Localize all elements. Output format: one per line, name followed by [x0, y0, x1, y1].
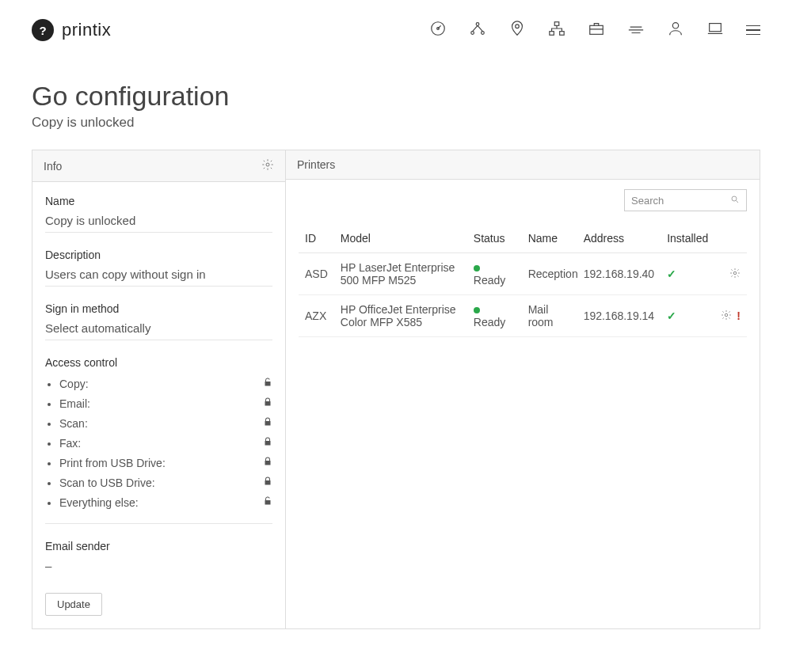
cell-installed: ✓ — [661, 295, 714, 337]
name-label: Name — [45, 195, 272, 207]
check-icon: ✓ — [667, 268, 676, 280]
brand-logo-icon: ? — [32, 19, 54, 41]
briefcase-icon[interactable] — [588, 20, 605, 40]
col-name[interactable]: Name — [522, 224, 577, 253]
svg-point-2 — [476, 23, 479, 26]
check-icon: ✓ — [667, 309, 676, 322]
access-item: Print from USB Drive: — [59, 453, 272, 473]
cell-id: ASD — [299, 253, 334, 295]
lock-icon — [263, 436, 272, 450]
printer-search-input[interactable]: Search — [624, 189, 747, 211]
info-panel: Info Name Copy is unlocked Description U… — [32, 150, 286, 628]
access-item-label: Everything else: — [59, 496, 139, 509]
printers-panel: Printers Search ID Model Status Name — [286, 150, 760, 628]
col-installed[interactable]: Installed — [661, 224, 714, 253]
search-placeholder: Search — [631, 195, 664, 207]
email-sender-value: – — [45, 557, 272, 577]
info-panel-title: Info — [44, 160, 62, 173]
col-status[interactable]: Status — [467, 224, 522, 253]
access-item-label: Email: — [59, 397, 90, 410]
field-email-sender: Email sender – — [45, 540, 272, 577]
svg-rect-11 — [710, 24, 722, 32]
access-item: Everything else: — [59, 492, 272, 512]
cell-status: Ready — [467, 295, 522, 337]
lock-icon — [263, 397, 272, 410]
lock-icon — [263, 476, 272, 489]
access-item: Scan: — [59, 413, 272, 433]
svg-rect-7 — [550, 32, 554, 36]
field-description: Description Users can copy without sign … — [45, 249, 272, 287]
access-item-label: Copy: — [59, 378, 89, 390]
unlock-icon — [263, 377, 272, 390]
share-icon[interactable] — [469, 20, 486, 40]
printers-table-head: ID Model Status Name Address Installed — [299, 224, 747, 253]
cell-address: 192.168.19.40 — [577, 253, 661, 295]
col-model[interactable]: Model — [334, 224, 467, 253]
svg-point-4 — [482, 32, 485, 35]
cell-id: AZX — [299, 295, 334, 337]
lock-icon — [263, 456, 272, 469]
main-columns: Info Name Copy is unlocked Description U… — [32, 150, 760, 629]
access-item: Email: — [59, 393, 272, 413]
search-icon — [730, 195, 740, 207]
sitemap-icon[interactable] — [548, 20, 565, 40]
access-control-list: Copy:Email:Scan:Fax:Print from USB Drive… — [45, 374, 272, 512]
table-row[interactable]: AZXHP OfficeJet Enterprise Color MFP X58… — [299, 295, 747, 337]
cell-model: HP LaserJet Enterprise 500 MFP M525 — [334, 253, 467, 295]
access-control-label: Access control — [45, 356, 272, 369]
brand[interactable]: ? printix — [32, 19, 111, 41]
description-value: Users can copy without sign in — [45, 266, 272, 287]
dashboard-icon[interactable] — [429, 20, 447, 40]
svg-point-5 — [516, 25, 520, 28]
brand-name: printix — [62, 20, 111, 40]
email-sender-label: Email sender — [45, 540, 272, 552]
access-item: Fax: — [59, 433, 272, 453]
access-item-label: Scan: — [59, 417, 88, 430]
svg-point-10 — [672, 23, 678, 28]
printers-panel-header: Printers — [286, 150, 760, 180]
access-item-label: Print from USB Drive: — [59, 457, 166, 469]
update-button[interactable]: Update — [45, 593, 102, 616]
field-name: Name Copy is unlocked — [45, 195, 272, 233]
table-row[interactable]: ASDHP LaserJet Enterprise 500 MFP M525Re… — [299, 253, 747, 295]
svg-point-14 — [733, 271, 737, 275]
signin-label: Sign in method — [45, 302, 272, 315]
info-panel-header: Info — [32, 150, 285, 182]
svg-rect-6 — [554, 22, 559, 26]
signin-value: Select automatically — [45, 320, 272, 340]
printers-table: ID Model Status Name Address Installed A… — [299, 224, 747, 337]
laptop-icon[interactable] — [706, 20, 724, 40]
svg-rect-9 — [590, 25, 604, 34]
cell-status: Ready — [467, 253, 522, 295]
status-dot-icon — [474, 265, 480, 271]
cell-installed: ✓ — [661, 253, 714, 295]
printers-panel-title: Printers — [297, 158, 335, 171]
top-nav — [429, 20, 760, 40]
cell-model: HP OfficeJet Enterprise Color MFP X585 — [334, 295, 467, 337]
unlock-icon — [263, 495, 272, 509]
lock-icon — [263, 416, 272, 430]
menu-icon[interactable] — [746, 25, 760, 36]
access-item-label: Scan to USB Drive: — [59, 476, 155, 489]
info-settings-gear-icon[interactable] — [261, 158, 274, 173]
cell-name: Reception — [522, 253, 577, 295]
col-address[interactable]: Address — [577, 224, 661, 253]
svg-point-3 — [471, 32, 474, 35]
col-id[interactable]: ID — [299, 224, 334, 253]
access-item-label: Fax: — [59, 437, 81, 450]
access-item: Scan to USB Drive: — [59, 473, 272, 492]
cell-address: 192.168.19.14 — [577, 295, 661, 337]
user-icon[interactable] — [667, 20, 684, 40]
location-pin-icon[interactable] — [508, 20, 526, 40]
warning-icon[interactable]: ! — [737, 309, 741, 322]
print-queues-icon[interactable] — [627, 20, 645, 40]
svg-point-15 — [725, 313, 729, 317]
row-settings-gear-icon[interactable] — [721, 309, 732, 323]
description-label: Description — [45, 249, 272, 261]
row-settings-gear-icon[interactable] — [729, 268, 741, 281]
cell-name: Mail room — [522, 295, 577, 337]
svg-rect-8 — [560, 32, 565, 36]
page-subtitle: Copy is unlocked — [32, 115, 760, 131]
svg-point-13 — [732, 196, 737, 201]
field-access-control: Access control Copy:Email:Scan:Fax:Print… — [45, 356, 272, 524]
